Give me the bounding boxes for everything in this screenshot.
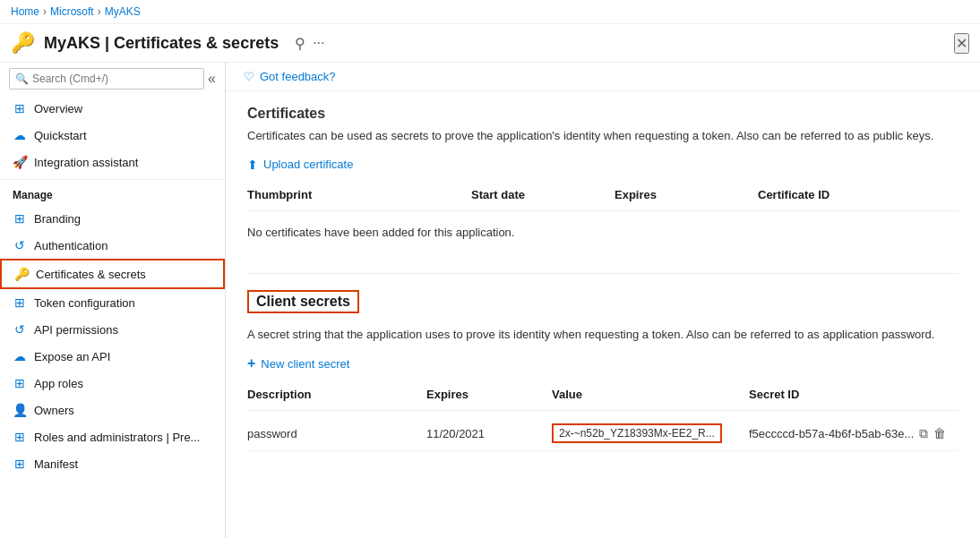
col-secret-expires: Expires [426,384,552,405]
breadcrumb-microsoft[interactable]: Microsoft [50,5,94,18]
col-expires: Expires [615,184,758,205]
certificates-table: Thumbprint Start date Expires Certificat… [247,184,959,257]
secret-value[interactable]: 2x-~n52b_YZ18393Mx-EE2_R... [552,423,722,443]
client-secrets-section: Client secrets A secret string that the … [247,290,959,452]
client-secrets-title: Client secrets [247,290,359,313]
cert-table-header: Thumbprint Start date Expires Certificat… [247,184,959,211]
collapse-sidebar-button[interactable]: « [208,71,216,87]
nav-item-integration[interactable]: 🚀 Integration assistant [0,149,225,175]
grid-icon: ⊞ [13,101,27,115]
secret-id-text: f5eccccd-b57a-4b6f-b5ab-63e... [749,427,914,440]
copy-icon[interactable]: ⧉ [919,426,928,441]
plus-icon: + [247,355,255,371]
sidebar: 🔍 « ⊞ Overview ☁ Quickstart 🚀 Integratio… [0,63,226,538]
secret-value-cell: 2x-~n52b_YZ18393Mx-EE2_R... [552,422,749,445]
nav-item-token[interactable]: ⊞ Token configuration [0,289,225,316]
no-certificates-message: No certificates have been added for this… [247,217,959,257]
col-description: Description [247,384,426,405]
nav-item-roles-admin[interactable]: ⊞ Roles and administrators | Pre... [0,423,225,450]
secret-description: password [247,425,426,442]
rocket-icon: 🚀 [13,155,27,169]
nav-item-overview[interactable]: ⊞ Overview [0,95,225,122]
roles-icon: ⊞ [13,430,27,444]
section-divider [247,273,959,274]
token-icon: ⊞ [13,295,27,310]
pin-icon[interactable]: ⚲ [295,35,305,52]
heart-icon: ♡ [244,70,254,83]
branding-icon: ⊞ [13,211,27,226]
col-secret-id: Secret ID [749,384,959,405]
table-row: password 11/20/2021 2x-~n52b_YZ18393Mx-E… [247,416,959,451]
cert-key-icon: 🔑 [14,267,29,281]
manifest-icon: ⊞ [13,457,27,471]
auth-icon: ↺ [13,238,27,252]
title-bar: 🔑 MyAKS | Certificates & secrets ⚲ ··· ✕ [0,24,980,63]
close-button[interactable]: ✕ [954,33,969,54]
secret-expires: 11/20/2021 [426,425,552,442]
client-secrets-table: Description Expires Value Secret ID pass… [247,384,959,451]
col-start-date: Start date [471,184,615,205]
manage-section-label: Manage [0,179,225,205]
search-input[interactable] [32,73,198,85]
api-icon: ↺ [13,322,27,337]
nav-item-authentication[interactable]: ↺ Authentication [0,232,225,259]
nav-item-app-roles[interactable]: ⊞ App roles [0,370,225,397]
nav-item-owners[interactable]: 👤 Owners [0,397,225,423]
title-actions: ⚲ ··· [295,35,324,52]
main-content: ♡ Got feedback? Certificates Certificate… [226,63,980,538]
breadcrumb-myaks[interactable]: MyAKS [105,5,141,18]
breadcrumb-home[interactable]: Home [11,5,39,18]
new-client-secret-button[interactable]: + New client secret [247,355,959,371]
secret-table-header: Description Expires Value Secret ID [247,384,959,411]
upload-certificate-button[interactable]: ⬆ Upload certificate [247,158,959,172]
search-icon: 🔍 [15,73,29,85]
secret-id-cell: f5eccccd-b57a-4b6f-b5ab-63e... ⧉ 🗑 [749,424,959,443]
nav-item-branding[interactable]: ⊞ Branding [0,205,225,232]
nav-item-api-permissions[interactable]: ↺ API permissions [0,316,225,343]
nav-item-manifest[interactable]: ⊞ Manifest [0,450,225,477]
feedback-bar: ♡ Got feedback? [226,63,980,91]
client-secrets-description: A secret string that the application use… [247,326,959,344]
col-value: Value [552,384,749,405]
upload-icon: ⬆ [247,158,258,172]
feedback-label[interactable]: Got feedback? [260,70,336,83]
col-thumbprint: Thumbprint [247,184,471,205]
certificates-title: Certificates [247,106,959,122]
cloud-icon: ☁ [13,128,27,142]
certificates-description: Certificates can be used as secrets to p… [247,127,959,145]
nav-item-expose-api[interactable]: ☁ Expose an API [0,343,225,370]
nav-item-certificates[interactable]: 🔑 Certificates & secrets [0,259,225,289]
owners-icon: 👤 [13,403,27,417]
breadcrumb: Home › Microsoft › MyAKS [0,0,980,24]
key-icon: 🔑 [11,31,35,55]
nav-item-quickstart[interactable]: ☁ Quickstart [0,122,225,149]
approles-icon: ⊞ [13,376,27,390]
expose-icon: ☁ [13,349,27,363]
delete-icon[interactable]: 🗑 [933,426,946,440]
more-icon[interactable]: ··· [313,35,324,51]
col-cert-id: Certificate ID [758,184,959,205]
page-title: MyAKS | Certificates & secrets [44,34,279,53]
certificates-section: Certificates Certificates can be used as… [247,106,959,257]
